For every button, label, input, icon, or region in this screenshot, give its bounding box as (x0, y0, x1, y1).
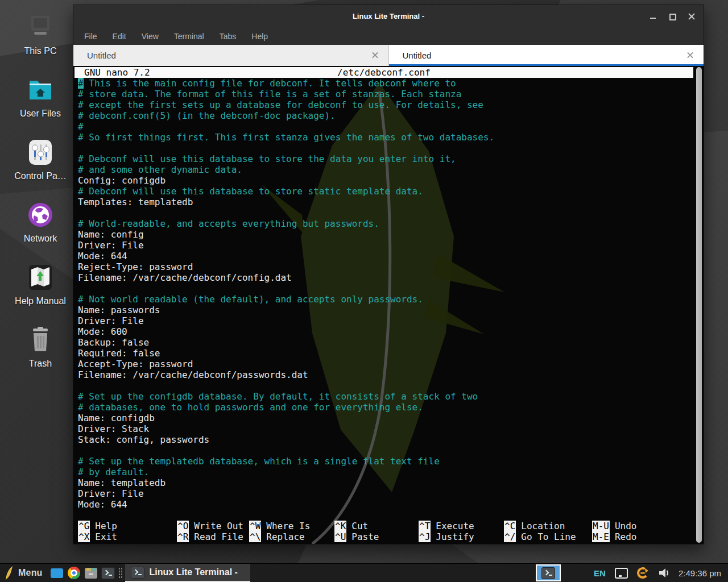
computer-icon (9, 13, 72, 42)
menu-bar: File Edit View Terminal Tabs Help (73, 28, 704, 45)
nano-shortcut: ^/Go To Line (504, 531, 592, 542)
update-icon[interactable] (636, 566, 650, 580)
control-panel-icon (9, 138, 72, 167)
desktop-icon-help-manual[interactable]: Help Manual (9, 263, 72, 306)
menu-help[interactable]: Help (251, 32, 268, 41)
shortcut-label: Exit (95, 531, 117, 542)
shortcut-key: ^U (334, 531, 346, 542)
nano-line: Mode: 600 (78, 326, 704, 337)
file-manager-icon[interactable] (82, 564, 100, 582)
shortcut-label: Undo (615, 521, 637, 531)
nano-shortcut: ^UPaste (334, 531, 419, 542)
nano-titlebar: GNU nano 7.2 /etc/debconf.conf (75, 67, 693, 78)
nano-shortcut: ^TExecute (419, 521, 504, 531)
desktop-icon-user-files[interactable]: User Files (9, 75, 72, 119)
shortcut-key: ^K (334, 521, 346, 531)
home-folder-icon (9, 75, 72, 105)
nano-line: # Set up the configdb database. By defau… (78, 391, 704, 402)
shortcut-label: Paste (351, 531, 379, 542)
shortcut-key: ^C (504, 521, 516, 531)
menu-file[interactable]: File (84, 32, 97, 41)
terminal-viewport[interactable]: GNU nano 7.2 /etc/debconf.conf # This is… (73, 66, 704, 544)
shortcut-key: ^G (78, 521, 90, 531)
shortcut-key: ^W (249, 521, 261, 531)
nano-line: Driver: File (78, 488, 704, 499)
nano-shortcut: ^OWrite Out (177, 521, 249, 531)
tab-untitled-2-active[interactable]: Untitled (389, 45, 704, 66)
menu-view[interactable]: View (142, 32, 159, 41)
start-menu-button[interactable]: Menu (0, 564, 48, 582)
keyboard-language-indicator[interactable]: EN (594, 568, 606, 578)
shortcut-label: Location (521, 521, 565, 531)
maximize-button[interactable] (668, 13, 676, 20)
nano-line: # store data. The format of this file is… (78, 89, 704, 99)
keyboard-layout-icon[interactable] (615, 568, 628, 579)
nano-line: Filename: /var/cache/debconf/passwords.d… (78, 369, 704, 380)
shortcut-label: Where Is (266, 521, 310, 531)
clock[interactable]: 2:49:36 pm (679, 568, 721, 578)
shortcut-label: Cut (351, 521, 368, 531)
nano-line: Driver: File (78, 240, 704, 251)
scrollbar-thumb[interactable] (696, 67, 702, 543)
minimize-button[interactable] (649, 13, 657, 20)
window-icon[interactable] (48, 564, 65, 582)
nano-shortcut: ^RRead File (177, 531, 249, 542)
shortcut-key: ^T (419, 521, 431, 531)
terminal-icon (131, 567, 144, 579)
terminal-tray-icon[interactable] (536, 564, 561, 581)
nano-line: Driver: Stack (78, 423, 704, 434)
shortcut-key: M-E (592, 531, 610, 542)
tab-close-icon[interactable] (687, 52, 693, 59)
nano-line: # by default. (78, 467, 704, 477)
shortcut-label: Write Out (194, 521, 243, 531)
nano-line: Name: templatedb (78, 477, 704, 488)
nano-line: Name: configdb (78, 413, 704, 423)
nano-line: # except the first sets up a database fo… (78, 99, 704, 110)
menu-terminal[interactable]: Terminal (174, 32, 204, 41)
chrome-icon[interactable] (65, 564, 82, 582)
taskbar-handle[interactable] (118, 567, 123, 579)
tab-close-icon[interactable] (372, 52, 378, 59)
desktop-icon-label: Trash (9, 359, 72, 369)
desktop-icon-trash[interactable]: Trash (9, 325, 72, 369)
nano-line: # Set up the templatedb database, which … (78, 456, 704, 467)
tab-untitled-1[interactable]: Untitled (73, 45, 389, 66)
volume-icon[interactable] (658, 567, 671, 579)
desktop-icon-network[interactable]: Network (9, 200, 72, 244)
task-button-terminal[interactable]: Linux Lite Terminal - (125, 564, 250, 582)
tab-label: Untitled (87, 51, 372, 60)
close-button[interactable] (688, 13, 696, 20)
nano-shortcut-bar: ^GHelp^OWrite Out^WWhere Is^KCut^TExecut… (75, 521, 693, 542)
nano-line: Backup: false (78, 337, 704, 348)
nano-line: # So first things first. This first stan… (78, 132, 704, 143)
window-titlebar[interactable]: Linux Lite Terminal - (73, 5, 704, 28)
nano-line: # Debconf will use this database to stor… (78, 153, 704, 164)
nano-line: Required: false (78, 348, 704, 359)
shortcut-key: ^\ (249, 531, 261, 542)
desktop-icon-this-pc[interactable]: This PC (9, 13, 72, 56)
nano-shortcut: ^\Replace (249, 531, 334, 542)
nano-line: Stack: config, passwords (78, 434, 704, 445)
desktop-icon-label: Control Pa… (9, 171, 72, 181)
terminal-icon[interactable] (100, 564, 117, 582)
nano-line (78, 143, 704, 153)
nano-shortcut: M-ERedo (592, 531, 693, 542)
nano-shortcut: ^XExit (78, 531, 177, 542)
shortcut-key: ^X (78, 531, 90, 542)
nano-shortcut: ^KCut (334, 521, 419, 531)
shortcut-key: ^/ (504, 531, 516, 542)
nano-shortcut: M-UUndo (592, 521, 693, 531)
linux-lite-logo-icon (5, 566, 14, 580)
trash-icon (9, 325, 72, 355)
nano-line (78, 207, 704, 218)
nano-line: Mode: 644 (78, 499, 704, 510)
shortcut-label: Go To Line (521, 531, 576, 542)
nano-line: Filename: /var/cache/debconf/config.dat (78, 272, 704, 283)
nano-line: Name: config (78, 229, 704, 240)
menu-edit[interactable]: Edit (113, 32, 126, 41)
nano-line: # debconf.conf(5) (in the debconf-doc pa… (78, 110, 704, 121)
desktop: { "colors": { "comment_teal": "#28a8a4",… (0, 0, 728, 582)
menu-tabs[interactable]: Tabs (220, 32, 237, 41)
shortcut-label: Redo (615, 531, 637, 542)
desktop-icon-control-panel[interactable]: Control Pa… (9, 138, 72, 181)
